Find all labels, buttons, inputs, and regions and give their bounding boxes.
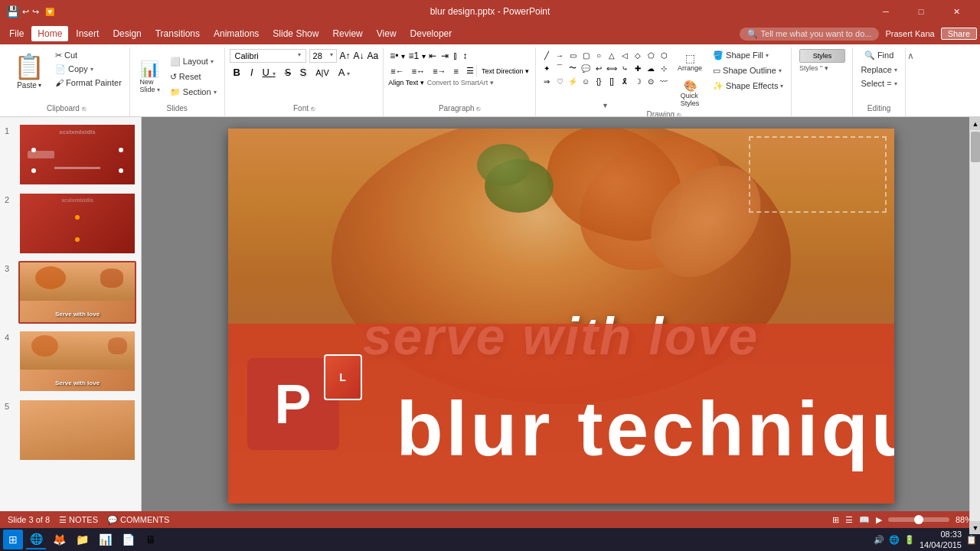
shape-outline-button[interactable]: ▭ Shape Outline ▾: [710, 64, 786, 77]
shape-donut[interactable]: ⊙: [645, 75, 657, 87]
shape-star4[interactable]: ✦: [541, 62, 553, 74]
replace-button[interactable]: Replace ▾: [858, 64, 900, 76]
shape-heart[interactable]: ♡: [554, 75, 566, 87]
shape-plus[interactable]: ✚: [632, 62, 644, 74]
shape-lightning[interactable]: ⚡: [567, 75, 579, 87]
menu-home[interactable]: Home: [31, 26, 68, 41]
arrange-button[interactable]: ⬚ Arrange: [673, 49, 707, 75]
shape-arrow[interactable]: →: [554, 49, 566, 61]
select-button[interactable]: Select = ▾: [858, 77, 900, 90]
new-slide-button[interactable]: 📊 NewSlide ▾: [135, 57, 165, 96]
menu-review[interactable]: Review: [326, 26, 368, 41]
slide-canvas[interactable]: serve with love blur techniques P L: [228, 129, 894, 504]
shape-callout[interactable]: 💬: [580, 62, 592, 74]
font-decrease-button[interactable]: A↓: [354, 51, 364, 61]
italic-button[interactable]: I: [247, 66, 256, 79]
strikethrough-button[interactable]: S̶: [282, 66, 294, 79]
shape-wave[interactable]: 〰: [658, 75, 670, 87]
shape-bend[interactable]: ⤷: [619, 62, 631, 74]
taskbar-app5[interactable]: 📄: [118, 530, 138, 549]
shape-diamond[interactable]: ◇: [632, 49, 644, 61]
shape-fill-button[interactable]: 🪣 Shape Fill ▾: [710, 49, 786, 62]
styles-dropdown[interactable]: Styles " ▾: [799, 64, 845, 72]
shape-rect[interactable]: ▭: [567, 49, 579, 61]
menu-animations[interactable]: Animations: [207, 26, 265, 41]
shape-triangle[interactable]: △: [606, 49, 618, 61]
search-box[interactable]: Tell me what you want to do...: [761, 29, 872, 38]
taskbar-ie[interactable]: 🌐: [26, 530, 46, 549]
number-dropdown[interactable]: ▾: [422, 52, 426, 60]
slide-item-2[interactable]: 2 xcxlxmlxidls: [3, 191, 138, 256]
text-direction-button[interactable]: Text Direction ▾: [480, 67, 531, 76]
format-painter-button[interactable]: 🖌 Format Painter: [52, 77, 125, 89]
shape-tape[interactable]: 🎗: [619, 75, 631, 87]
user-name[interactable]: Prasert Kana: [885, 29, 934, 38]
taskbar-app4[interactable]: 📊: [95, 530, 115, 549]
align-center-button[interactable]: ≡↔: [410, 66, 427, 77]
start-button[interactable]: ⊞: [3, 530, 23, 549]
quick-access-toolbar[interactable]: 💾 ↩ ↪ 🔽: [6, 5, 54, 18]
section-button[interactable]: 📁 Section ▾: [167, 86, 220, 99]
menu-slideshow[interactable]: Slide Show: [266, 26, 325, 41]
menu-design[interactable]: Design: [106, 26, 147, 41]
copy-button[interactable]: 📄 Copy ▾: [52, 63, 125, 76]
shape-curved-arrow[interactable]: ↩: [593, 62, 605, 74]
zoom-slider[interactable]: [888, 517, 949, 522]
number-list-button[interactable]: ≡1: [407, 49, 420, 63]
share-button[interactable]: Share: [941, 28, 977, 40]
view-outline[interactable]: ☰: [845, 515, 853, 525]
style-item-1[interactable]: Styles: [799, 49, 845, 63]
shapes-grid[interactable]: ╱ → ▭ ▢ ○ △ ◁ ◇ ⬠ ⬡ ✦ ⌒ 〜 💬 ↩ ⟺: [541, 49, 670, 100]
taskbar-firefox[interactable]: 🦊: [49, 530, 69, 549]
shape-effects-button[interactable]: ✨ Shape Effects ▾: [710, 80, 786, 93]
shape-circle[interactable]: ○: [593, 49, 605, 61]
bullet-list-button[interactable]: ≡•: [388, 49, 400, 63]
shape-moon[interactable]: ☽: [632, 75, 644, 87]
shape-smiley[interactable]: ☺: [580, 75, 592, 87]
menu-file[interactable]: File: [3, 26, 30, 41]
bold-button[interactable]: B: [230, 65, 244, 80]
view-reading[interactable]: 📖: [859, 515, 870, 525]
taskbar-app6[interactable]: 🖥: [141, 530, 161, 549]
cut-button[interactable]: ✂ Cut: [52, 49, 125, 62]
notes-button[interactable]: ☰ NOTES: [59, 515, 98, 525]
shape-brace[interactable]: {}: [593, 75, 605, 87]
menu-insert[interactable]: Insert: [70, 26, 105, 41]
menu-view[interactable]: View: [371, 26, 403, 41]
comments-button[interactable]: 💬 COMMENTS: [107, 515, 169, 525]
increase-indent-button[interactable]: ⇥: [439, 49, 450, 63]
slide-item-3[interactable]: 3 Serve with love: [3, 259, 138, 325]
taskbar-app3[interactable]: 📁: [72, 530, 92, 549]
find-button[interactable]: 🔍 Find: [861, 49, 897, 62]
shape-pentagon[interactable]: ⬠: [645, 49, 657, 61]
underline-button[interactable]: U ▾: [260, 66, 279, 79]
columns-button[interactable]: ⫿: [452, 49, 459, 63]
shape-line[interactable]: ╱: [541, 49, 553, 61]
shape-curve[interactable]: ⌒: [554, 62, 566, 74]
paste-button[interactable]: 📋 Paste ▾: [8, 49, 51, 104]
reset-button[interactable]: ↺ Reset: [167, 70, 220, 83]
ribbon-collapse-button[interactable]: ∧: [906, 47, 916, 116]
convert-smartart-button[interactable]: Convert to SmartArt ▾: [427, 79, 494, 86]
slide-item-4[interactable]: 4 Serve with love: [3, 328, 138, 394]
shape-cloud[interactable]: ☁: [645, 62, 657, 74]
font-color-button[interactable]: A ▾: [335, 66, 354, 79]
slide-item-1[interactable]: 1 xcxlxmlxidls: [3, 122, 138, 187]
shape-hexagon[interactable]: ⬡: [658, 49, 670, 61]
align-justify-button[interactable]: ☰: [464, 65, 477, 77]
quick-styles-button[interactable]: 🎨 QuickStyles: [673, 77, 707, 110]
line-spacing-button[interactable]: ↕: [461, 49, 469, 63]
font-increase-button[interactable]: A↑: [340, 51, 351, 61]
layout-button[interactable]: ⬜ Layout ▾: [167, 55, 220, 68]
canvas-scrollbar[interactable]: ▲ ▼: [969, 117, 980, 534]
view-slideshow[interactable]: ▶: [876, 515, 882, 525]
slide-item-5[interactable]: 5: [3, 397, 138, 463]
shape-bracket[interactable]: []: [606, 75, 618, 87]
maximize-button[interactable]: □: [903, 0, 939, 23]
shapes-more[interactable]: ▼: [541, 102, 670, 109]
close-button[interactable]: ✕: [939, 0, 974, 23]
align-text-button[interactable]: Align Text ▾: [388, 79, 423, 86]
menu-developer[interactable]: Developer: [404, 26, 459, 41]
minimize-button[interactable]: ─: [868, 0, 903, 23]
bullet-dropdown[interactable]: ▾: [401, 52, 405, 60]
